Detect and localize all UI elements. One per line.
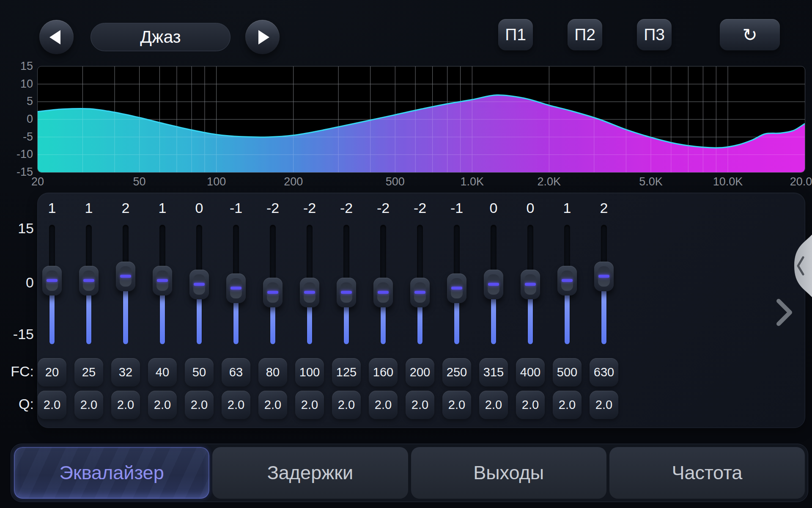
band-slider-thumb-face xyxy=(524,274,536,295)
band-slider-thumb-grip xyxy=(451,287,462,290)
graph-x-tick: 100 xyxy=(207,175,226,188)
band-fc-button[interactable]: 63 xyxy=(222,358,250,387)
preset-next-button[interactable] xyxy=(245,20,280,54)
band-q-button[interactable]: 2.0 xyxy=(222,391,250,419)
eq-band: 1 500 2.0 xyxy=(549,193,586,428)
band-fc-button[interactable]: 40 xyxy=(148,358,177,387)
band-fc-button[interactable]: 32 xyxy=(111,358,140,387)
band-q-button[interactable]: 2.0 xyxy=(553,391,582,419)
band-q-button[interactable]: 2.0 xyxy=(111,391,140,419)
band-slider-thumb[interactable] xyxy=(337,278,356,307)
band-q-button[interactable]: 2.0 xyxy=(74,391,103,419)
reset-button[interactable]: ↻ xyxy=(720,19,780,50)
graph-x-tick: 2.0K xyxy=(538,175,561,188)
tab-delays[interactable]: Задержки xyxy=(212,447,408,499)
band-slider-thumb[interactable] xyxy=(521,270,540,299)
band-q-button[interactable]: 2.0 xyxy=(185,391,214,419)
band-slider-thumb[interactable] xyxy=(79,266,99,295)
next-bands-page-button[interactable] xyxy=(776,299,793,328)
preset-memory-button[interactable]: П1 xyxy=(498,19,533,50)
band-gain-value: -2 xyxy=(328,200,365,216)
preset-name[interactable]: Джаз xyxy=(91,23,230,51)
band-q-button[interactable]: 2.0 xyxy=(479,391,508,419)
band-slider-track[interactable] xyxy=(343,225,349,344)
band-q-button[interactable]: 2.0 xyxy=(38,391,66,419)
band-q-button[interactable]: 2.0 xyxy=(516,391,545,419)
band-fc-button[interactable]: 315 xyxy=(479,358,508,387)
band-fc-button[interactable]: 100 xyxy=(295,358,324,387)
band-slider-track[interactable] xyxy=(196,225,202,344)
graph-y-tick: 15 xyxy=(0,59,33,73)
band-q-button[interactable]: 2.0 xyxy=(148,391,177,419)
band-slider-thumb-face xyxy=(46,271,58,291)
band-slider-thumb[interactable] xyxy=(484,270,503,299)
right-triangle-icon xyxy=(258,30,269,44)
graph-y-tick: -10 xyxy=(0,147,33,161)
band-fc-button[interactable]: 160 xyxy=(369,358,398,387)
q-row-label: Q: xyxy=(0,396,34,412)
band-slider-thumb[interactable] xyxy=(153,266,172,295)
band-q-button[interactable]: 2.0 xyxy=(258,391,287,419)
band-slider-thumb[interactable] xyxy=(557,266,577,295)
band-fc-button[interactable]: 20 xyxy=(38,358,66,387)
band-fc-button[interactable]: 400 xyxy=(516,358,545,387)
band-slider-thumb[interactable] xyxy=(410,278,430,307)
eq-band: -1 250 2.0 xyxy=(439,193,475,428)
preset-memory-button[interactable]: П2 xyxy=(568,19,602,50)
band-slider-thumb[interactable] xyxy=(189,270,209,299)
eq-curve-plot xyxy=(38,66,805,172)
band-slider-track[interactable] xyxy=(233,225,239,344)
tab-equalizer[interactable]: Эквалайзер xyxy=(14,447,209,499)
eq-band: 0 315 2.0 xyxy=(475,193,512,428)
band-fc-button[interactable]: 630 xyxy=(590,358,618,387)
band-slider-thumb[interactable] xyxy=(447,273,466,303)
band-fc-button[interactable]: 200 xyxy=(406,358,434,387)
band-slider-track[interactable] xyxy=(417,225,423,344)
band-slider-thumb-grip xyxy=(378,291,389,294)
band-fc-button[interactable]: 125 xyxy=(332,358,361,387)
band-slider-thumb[interactable] xyxy=(300,278,319,307)
graph-x-tick: 500 xyxy=(386,175,405,188)
preset-prev-button[interactable] xyxy=(39,20,74,54)
eq-band: 2 32 2.0 xyxy=(107,193,144,428)
band-slider-track[interactable] xyxy=(270,225,276,344)
band-slider-thumb[interactable] xyxy=(373,278,393,307)
band-fc-button[interactable]: 250 xyxy=(442,358,471,387)
band-slider-thumb[interactable] xyxy=(226,273,246,303)
band-q-button[interactable]: 2.0 xyxy=(295,391,324,419)
band-slider-track[interactable] xyxy=(307,225,313,344)
band-fc-button[interactable]: 80 xyxy=(258,358,287,387)
side-drawer-handle[interactable] xyxy=(790,234,812,298)
chevron-right-icon xyxy=(776,299,793,326)
slider-scale-min: -15 xyxy=(0,326,34,342)
band-slider-thumb[interactable] xyxy=(42,266,62,295)
band-slider-track[interactable] xyxy=(601,225,607,344)
band-slider-thumb[interactable] xyxy=(594,262,614,291)
band-slider-track[interactable] xyxy=(159,225,165,344)
band-fc-button[interactable]: 500 xyxy=(553,358,582,387)
tab-frequency[interactable]: Частота xyxy=(609,447,805,499)
band-slider-track[interactable] xyxy=(454,225,460,344)
band-slider-thumb-grip xyxy=(120,275,131,278)
band-slider-track[interactable] xyxy=(564,225,570,344)
band-gain-value: 0 xyxy=(475,200,512,216)
band-slider-thumb[interactable] xyxy=(116,262,135,291)
band-slider-track[interactable] xyxy=(123,225,129,344)
band-slider-track[interactable] xyxy=(380,225,386,344)
band-q-button[interactable]: 2.0 xyxy=(332,391,361,419)
band-q-button[interactable]: 2.0 xyxy=(590,391,618,419)
band-gain-value: -2 xyxy=(291,200,328,216)
band-fc-button[interactable]: 50 xyxy=(185,358,214,387)
band-slider-track[interactable] xyxy=(49,225,55,344)
tab-outputs[interactable]: Выходы xyxy=(411,447,606,499)
band-fc-button[interactable]: 25 xyxy=(74,358,103,387)
band-q-button[interactable]: 2.0 xyxy=(442,391,471,419)
band-q-button[interactable]: 2.0 xyxy=(369,391,398,419)
band-slider-track[interactable] xyxy=(86,225,92,344)
band-slider-track[interactable] xyxy=(527,225,533,344)
preset-memory-button[interactable]: П3 xyxy=(637,19,672,50)
band-q-button[interactable]: 2.0 xyxy=(406,391,434,419)
band-slider-thumb[interactable] xyxy=(263,278,283,307)
band-slider-track[interactable] xyxy=(491,225,497,344)
graph-x-tick: 200 xyxy=(284,175,303,188)
